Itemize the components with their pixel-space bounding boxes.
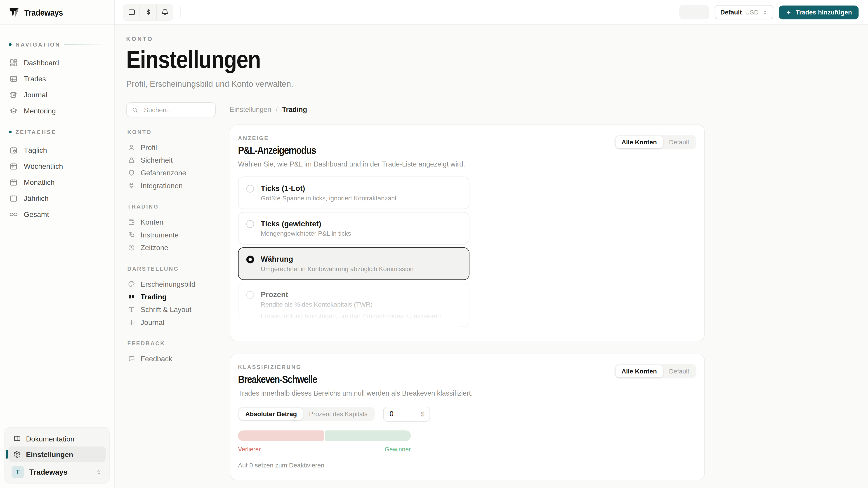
sidebar-item-dashboard[interactable]: Dashboard bbox=[8, 55, 106, 71]
breadcrumb-separator: / bbox=[276, 106, 278, 113]
subnav-item-erscheinungsbild[interactable]: Erscheinungsbild bbox=[126, 278, 216, 290]
option-title: Ticks (gewichtet) bbox=[260, 220, 351, 228]
subnav-item-label: Zeitzone bbox=[141, 243, 168, 252]
option-title: Prozent bbox=[260, 291, 441, 299]
subnav-item-label: Integrationen bbox=[141, 182, 183, 190]
breakeven-threshold-card: KLASSIFIZIERUNG Breakeven-Schwelle Trade… bbox=[230, 354, 705, 480]
type-icon bbox=[128, 306, 135, 313]
notifications-button[interactable] bbox=[156, 4, 173, 20]
workspace-switcher[interactable]: T Tradeways bbox=[8, 462, 106, 480]
sidebar-item-label: Mentoring bbox=[24, 107, 56, 115]
open-book-icon bbox=[13, 435, 21, 443]
sidebar-item-label: Wöchentlich bbox=[24, 162, 63, 170]
subnav-item-label: Profil bbox=[141, 143, 157, 152]
sidebar-item-journal[interactable]: Journal bbox=[8, 87, 106, 103]
subnav-item-instrumente[interactable]: Instrumente bbox=[126, 228, 216, 241]
subnav-item-konten[interactable]: Konten bbox=[126, 216, 216, 228]
sidebar-item-taeglich[interactable]: Täglich bbox=[8, 142, 106, 158]
breadcrumb-parent[interactable]: Einstellungen bbox=[230, 106, 271, 113]
option-ticks-1lot[interactable]: Ticks (1-Lot) Größte Spanne in ticks, ig… bbox=[238, 176, 469, 209]
percent-of-capital-button[interactable]: Prozent des Kapitals bbox=[303, 411, 373, 417]
sidebar-item-mentoring[interactable]: Mentoring bbox=[8, 103, 106, 119]
search-box[interactable] bbox=[126, 102, 216, 117]
sidebar-item-dokumentation[interactable]: Dokumentation bbox=[8, 431, 106, 447]
option-ticks-weighted[interactable]: Ticks (gewichtet) Mengengewichteter P&L … bbox=[238, 212, 469, 245]
subnav-item-label: Journal bbox=[141, 318, 164, 326]
sidebar-item-jaehrlich[interactable]: Jährlich bbox=[8, 190, 106, 206]
card-eyebrow: KLASSIFIZIERUNG bbox=[238, 364, 473, 370]
brand-name: Tradeways bbox=[24, 7, 63, 17]
option-description: Rendite als % des Kontokapitals (TWR) bbox=[260, 301, 441, 307]
sidebar-item-gesamt[interactable]: Gesamt bbox=[8, 206, 106, 222]
subnav-item-schrift-layout[interactable]: Schrift & Layout bbox=[126, 303, 216, 316]
scope-default-button[interactable]: Default bbox=[663, 139, 695, 145]
card-title: P&L-Anzeigemodus bbox=[238, 145, 465, 156]
breakeven-controls: Absoluter Betrag Prozent des Kapitals $ bbox=[238, 407, 696, 422]
winners-label: Gewinner bbox=[385, 446, 411, 453]
subnav-item-zeitzone[interactable]: Zeitzone bbox=[126, 241, 216, 254]
subnav-item-integrationen[interactable]: Integrationen bbox=[126, 179, 216, 192]
search-icon bbox=[132, 106, 138, 113]
subnav-item-profil[interactable]: Profil bbox=[126, 141, 216, 154]
gear-icon bbox=[13, 450, 21, 458]
main-content: KONTO Einstellungen Profil, Erscheinungs… bbox=[115, 25, 868, 488]
topbar-divider bbox=[180, 7, 181, 17]
option-currency[interactable]: Währung Umgerechnet in Kontowährung abzü… bbox=[238, 248, 469, 280]
search-input[interactable] bbox=[143, 105, 211, 114]
workspace-name: Tradeways bbox=[29, 468, 90, 476]
sidebar-item-einstellungen[interactable]: Einstellungen bbox=[8, 447, 106, 462]
sidebar-item-label: Gesamt bbox=[24, 210, 49, 219]
subnav-item-trading[interactable]: Trading bbox=[126, 291, 216, 303]
subnav-item-journal[interactable]: Journal bbox=[126, 316, 216, 328]
workspace-avatar: T bbox=[11, 466, 24, 478]
subnav-item-feedback[interactable]: Feedback bbox=[126, 352, 216, 365]
subnav-item-gefahrenzone[interactable]: Gefahrenzone bbox=[126, 166, 216, 179]
bell-icon bbox=[161, 8, 168, 16]
subnav-section-konto: KONTO Profil Sicherheit Gefahrenzone bbox=[126, 129, 216, 192]
range-labels: Verlierer Gewinner bbox=[238, 446, 411, 453]
threshold-mode-toggle: Absoluter Betrag Prozent des Kapitals bbox=[238, 407, 375, 421]
sidebar-item-monatlich[interactable]: Monatlich bbox=[8, 174, 106, 190]
option-percent[interactable]: Prozent Rendite als % des Kontokapitals … bbox=[238, 283, 469, 327]
currency-selector[interactable]: Default USD bbox=[715, 5, 774, 20]
table-icon bbox=[9, 75, 18, 83]
section-dot-icon bbox=[9, 43, 11, 46]
threshold-amount-field: $ bbox=[383, 407, 430, 422]
calendar-week-icon bbox=[9, 162, 18, 170]
chevrons-up-down-icon bbox=[762, 9, 768, 15]
subnav-item-sicherheit[interactable]: Sicherheit bbox=[126, 154, 216, 166]
breadcrumb: Einstellungen / Trading bbox=[230, 105, 705, 114]
sidebar: Tradeways NAVIGATION Dashboard Trades Jo… bbox=[0, 0, 115, 488]
nav-section-label: NAVIGATION bbox=[16, 41, 61, 48]
scope-all-accounts-button[interactable]: Alle Konten bbox=[615, 136, 663, 148]
option-description: Mengengewichteter P&L in ticks bbox=[260, 230, 351, 237]
settings-panels: Einstellungen / Trading ANZEIGE P&L-Anze… bbox=[230, 102, 705, 488]
tradeways-logo-icon bbox=[8, 6, 20, 18]
currency-tool-button[interactable] bbox=[140, 4, 156, 20]
sidebar-item-woechentlich[interactable]: Wöchentlich bbox=[8, 158, 106, 174]
losers-range-segment bbox=[238, 430, 324, 441]
candlestick-chart-icon bbox=[128, 293, 135, 300]
scope-default-button[interactable]: Default bbox=[663, 368, 695, 375]
subnav-section-trading: TRADING Konten Instrumente Zeitzone bbox=[126, 203, 216, 254]
absolute-amount-button[interactable]: Absoluter Betrag bbox=[239, 408, 303, 420]
add-trades-label: Trades hinzufügen bbox=[796, 9, 852, 15]
threshold-amount-input[interactable] bbox=[389, 410, 413, 418]
subnav-item-label: Sicherheit bbox=[141, 156, 173, 164]
sidebar-toggle-button[interactable] bbox=[123, 4, 140, 20]
dashboard-icon bbox=[9, 59, 18, 67]
sidebar-item-label: Journal bbox=[24, 91, 47, 99]
wallet-icon bbox=[128, 219, 135, 226]
card-subtitle: Trades innerhalb dieses Bereichs um null… bbox=[238, 390, 473, 397]
plug-icon bbox=[128, 182, 135, 189]
topbar-tool-group bbox=[123, 4, 174, 21]
sidebar-item-trades[interactable]: Trades bbox=[8, 71, 106, 87]
scope-all-accounts-button[interactable]: Alle Konten bbox=[615, 365, 663, 377]
radio-unchecked-icon bbox=[246, 185, 254, 193]
calendar-icon bbox=[9, 194, 18, 203]
sidebar-footer: Dokumentation Einstellungen T Tradeways bbox=[4, 427, 110, 484]
card-subtitle: Wählen Sie, wie P&L im Dashboard und in … bbox=[238, 160, 465, 168]
pnl-mode-options: Ticks (1-Lot) Größte Spanne in ticks, ig… bbox=[238, 176, 696, 327]
calendar-clock-icon bbox=[9, 146, 18, 155]
add-trades-button[interactable]: Trades hinzufügen bbox=[779, 5, 859, 19]
